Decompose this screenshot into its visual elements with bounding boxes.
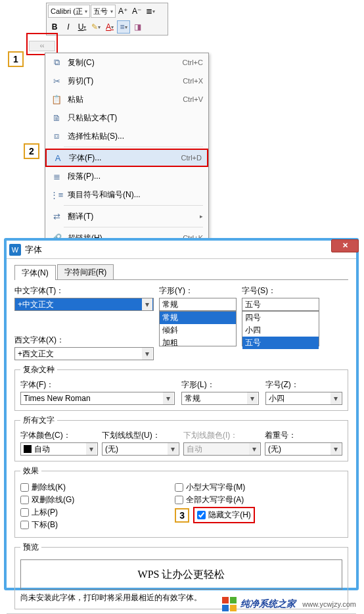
menu-paste-special-label: 选择性粘贴(S)... — [68, 131, 203, 142]
emphasis-combo[interactable]: (无)▾ — [265, 442, 342, 456]
underline-style-combo[interactable]: (无)▾ — [102, 442, 179, 456]
highlight-box-3: 隐藏文字(H) — [193, 507, 255, 523]
chevron-down-icon: ▾ — [247, 392, 258, 404]
chk-super-input[interactable] — [20, 508, 29, 517]
effects-group: 效果 删除线(K) 双删除线(G) 上标(P) 下标(B) 小型大写字母(M) … — [14, 465, 348, 538]
chk-smallcaps-label: 小型大写字母(M) — [186, 482, 245, 493]
size-opt-0[interactable]: 四号 — [242, 312, 319, 324]
menu-paste[interactable]: 📋 粘贴 Ctrl+V — [45, 90, 208, 108]
chevron-down-icon: ▾ — [98, 24, 101, 30]
callout-1: 1 — [8, 51, 24, 67]
chk-sub[interactable]: 下标(B) — [20, 519, 95, 531]
chk-allcaps-label: 全部大写字母(A) — [186, 494, 244, 506]
chk-hidden-input[interactable] — [197, 511, 206, 519]
style-value: 常规 — [162, 299, 178, 310]
tab-spacing[interactable]: 字符间距(R) — [57, 264, 114, 279]
style-label: 字形(Y)： — [159, 285, 237, 296]
font-color-combo[interactable]: 自动▾ — [20, 442, 98, 456]
paste-special-icon: ⧈ — [51, 130, 62, 142]
menu-cut[interactable]: ✂ 剪切(T) Ctrl+X — [45, 72, 208, 90]
color-swatch — [24, 445, 32, 453]
callout-3: 3 — [175, 508, 189, 523]
menu-copy[interactable]: ⧉ 复制(C) Ctrl+C — [45, 53, 208, 72]
clear-format-button[interactable]: ◨ — [131, 20, 144, 34]
chevron-down-icon: ▾ — [83, 24, 86, 30]
increase-font-button[interactable]: A⁺ — [116, 5, 129, 18]
tab-font[interactable]: 字体(N) — [14, 265, 56, 280]
highlight-button[interactable]: ✎▾ — [89, 20, 102, 34]
emphasis-label: 着重号： — [265, 430, 342, 441]
size-combo[interactable]: 五号 — [242, 298, 319, 311]
chk-super[interactable]: 上标(P) — [20, 507, 95, 518]
menu-font[interactable]: A 字体(F)... Ctrl+D — [45, 149, 208, 167]
chk-hidden[interactable]: 隐藏文字(H) — [197, 509, 251, 521]
cx-font-combo[interactable]: Times New Roman▾ — [20, 392, 175, 405]
font-size-value: 五号 — [93, 7, 108, 16]
chk-dstrike-input[interactable] — [20, 496, 29, 504]
close-button[interactable]: ✕ — [331, 239, 359, 252]
all-text-group: 所有文字 字体颜色(C)： 自动▾ 下划线线型(U)： (无)▾ 下划线颜色(I… — [14, 415, 348, 461]
chk-smallcaps-input[interactable] — [175, 483, 183, 492]
chk-sub-input[interactable] — [20, 521, 29, 529]
size-opt-2[interactable]: 五号 — [242, 337, 319, 349]
style-opt-bold[interactable]: 加粗 — [160, 337, 236, 349]
chk-allcaps[interactable]: 全部大写字母(A) — [175, 494, 255, 506]
style-opt-italic[interactable]: 倾斜 — [160, 324, 236, 337]
menu-font-label: 字体(F)... — [69, 153, 181, 164]
align-button[interactable]: ≡▾ — [117, 20, 130, 34]
complex-scripts-group: 复杂文种 字体(F)： Times New Roman▾ 字形(L)： 常规▾ … — [14, 364, 348, 411]
font-color-value: 自动 — [34, 444, 50, 455]
menu-paragraph[interactable]: ≣ 段落(P)... — [45, 167, 208, 185]
chevron-down-icon: ▾ — [85, 9, 87, 14]
chevron-down-icon: ▾ — [330, 443, 341, 455]
chk-hidden-label: 隐藏文字(H) — [208, 509, 251, 521]
font-name-combo[interactable]: Calibri (正▾ — [48, 5, 90, 18]
menu-translate[interactable]: ⇄ 翻译(T) ▸ — [45, 207, 208, 225]
menu-bullets[interactable]: ⋮≡ 项目符号和编号(N)... — [45, 185, 208, 204]
menu-paragraph-label: 段落(P)... — [68, 171, 203, 182]
cx-size-combo[interactable]: 小四▾ — [265, 392, 343, 405]
font-color-button[interactable]: A▾ — [103, 20, 116, 34]
chk-smallcaps[interactable]: 小型大写字母(M) — [175, 482, 255, 493]
decrease-font-button[interactable]: A⁻ — [130, 5, 143, 18]
underline-button[interactable]: U▾ — [76, 20, 89, 34]
cx-font-value: Times New Roman — [24, 394, 91, 403]
font-name-value: Calibri (正 — [51, 7, 83, 16]
menu-paste-text[interactable]: 🗎 只粘贴文本(T) — [45, 108, 208, 127]
chevron-down-icon: ▾ — [125, 24, 127, 30]
chk-dstrike[interactable]: 双删除线(G) — [20, 494, 95, 506]
font-size-combo[interactable]: 五号▾ — [91, 5, 116, 18]
menu-translate-label: 翻译(T) — [68, 211, 198, 222]
latin-font-combo[interactable]: +西文正文▾ — [14, 347, 154, 360]
submenu-arrow-icon: ▸ — [200, 213, 203, 220]
dialog-titlebar: W 字体 ✕ — [7, 241, 356, 259]
menu-separator — [64, 205, 203, 206]
chk-strike[interactable]: 删除线(K) — [20, 482, 95, 493]
menu-copy-shortcut: Ctrl+C — [183, 59, 203, 66]
style-opt-regular[interactable]: 常规 — [160, 312, 236, 324]
size-value: 五号 — [245, 299, 261, 310]
style-combo[interactable]: 常规 — [159, 298, 237, 311]
chevron-down-icon: ▾ — [110, 9, 113, 14]
linespace-button[interactable]: ≣▾ — [144, 5, 157, 18]
preview-legend: 预览 — [20, 542, 41, 553]
chk-allcaps-input[interactable] — [175, 496, 183, 504]
cjk-font-combo[interactable]: +中文正文▾ — [14, 298, 154, 311]
dialog-tabs: 字体(N) 字符间距(R) — [14, 264, 348, 280]
font-icon: A — [52, 152, 64, 164]
bold-button[interactable]: B — [48, 20, 61, 34]
underline-style-value: (无) — [105, 444, 118, 455]
size-listbox[interactable]: 四号 小四 五号 — [242, 311, 319, 346]
style-listbox[interactable]: 常规 倾斜 加粗 — [159, 311, 237, 346]
menu-font-shortcut: Ctrl+D — [181, 154, 202, 162]
cx-font-label: 字体(F)： — [20, 379, 175, 390]
underline-color-combo: 自动▾ — [183, 442, 261, 456]
latin-font-label: 西文字体(X)： — [14, 335, 154, 346]
italic-button[interactable]: I — [62, 20, 75, 34]
chk-strike-input[interactable] — [20, 483, 29, 492]
chevron-down-icon: ▾ — [142, 298, 152, 310]
size-opt-1[interactable]: 小四 — [242, 324, 319, 337]
menu-paste-special[interactable]: ⧈ 选择性粘贴(S)... — [45, 127, 208, 145]
highlight-box-1 — [26, 33, 58, 55]
cx-style-combo[interactable]: 常规▾ — [181, 392, 259, 405]
